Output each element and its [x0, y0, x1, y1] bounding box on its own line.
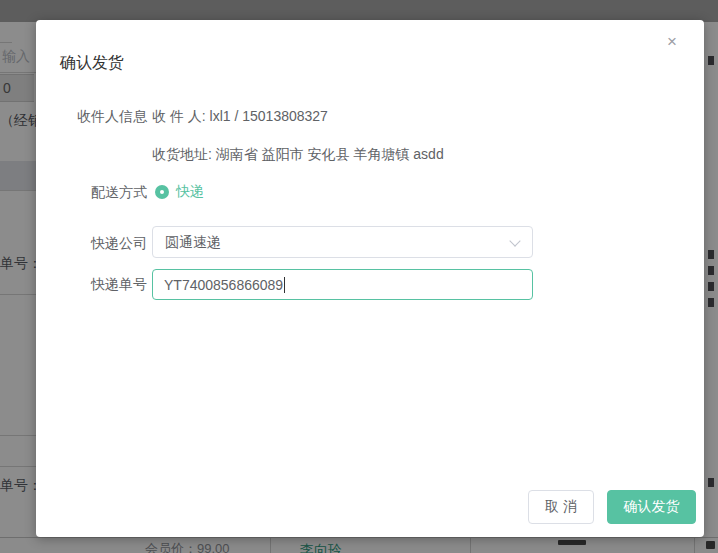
courier-select[interactable]: 圆通速递: [152, 226, 533, 258]
express-radio[interactable]: [155, 185, 169, 199]
express-radio-label[interactable]: 快递: [176, 183, 204, 201]
courier-company-label: 快递公司: [36, 235, 147, 253]
confirm-shipment-dialog: 确认发货 × 收件人信息 收 件 人: lxl1 / 15013808327 收…: [36, 20, 704, 537]
tracking-number-input[interactable]: YT7400856866089: [152, 269, 533, 300]
chevron-down-icon: [511, 237, 519, 245]
text-caret: [284, 277, 285, 293]
tracking-number-label: 快递单号: [36, 276, 147, 294]
recipient-person-value: 收 件 人: lxl1 / 15013808327: [152, 108, 328, 126]
close-icon[interactable]: ×: [662, 32, 682, 52]
dialog-title: 确认发货: [60, 53, 124, 74]
page: 输入 0 （经销商 单号： 单号： 会员价：99.00 李向玲: [0, 0, 718, 553]
delivery-method-label: 配送方式: [36, 184, 147, 202]
radio-dot-icon: [160, 190, 164, 194]
recipient-info-label: 收件人信息: [36, 108, 147, 126]
cancel-button[interactable]: 取 消: [528, 490, 594, 524]
confirm-button[interactable]: 确认发货: [607, 490, 696, 524]
courier-select-value: 圆通速递: [165, 234, 221, 252]
recipient-address-value: 收货地址: 湖南省 益阳市 安化县 羊角塘镇 asdd: [152, 146, 444, 164]
tracking-number-value: YT7400856866089: [164, 277, 283, 293]
